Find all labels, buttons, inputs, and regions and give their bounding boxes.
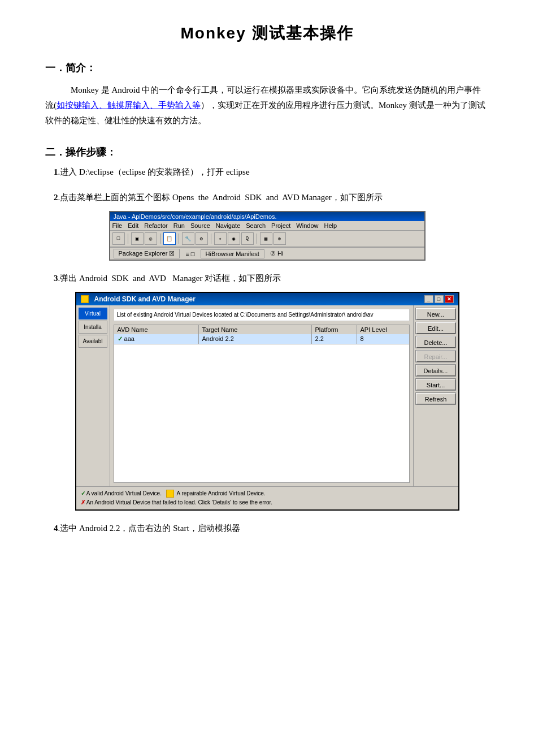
toolbar-btn-2[interactable]: ▣ [131,232,144,245]
avd-empty-area [114,344,410,483]
btn-new[interactable]: New... [415,308,456,320]
btn-start[interactable]: Start... [415,378,456,391]
step2-block: 2.点击菜单栏上面的第五个图标 Opens the Android SDK an… [45,190,489,261]
title-rest: 测试基本操作 [246,24,354,42]
menu-help[interactable]: Help [324,222,337,229]
maximize-button[interactable]: □ [435,295,444,303]
step3-text: 3.弹出 Android SDK and AVD Manager 对话框，如下图… [45,271,489,286]
toolbar-btn-4[interactable]: 📋 [163,232,176,245]
toolbar-sep-1 [128,234,128,244]
avd-title-text: Android SDK and AVD Manager [94,295,196,303]
eclipse-tab-hi: ⑦ Hi [270,250,283,257]
eclipse-bottom-bar: Package Explorer ☒ ≡ □ HiBrowser Manifes… [110,247,424,260]
step4-block: 4.选中 Android 2.2，点击右边的 Start，启动模拟器 [45,521,489,536]
link-gesture-input: 、手势输入等 [150,101,201,110]
eclipse-tab-sep: ≡ □ [185,250,194,257]
toolbar-btn-11[interactable]: ⊕ [273,232,286,245]
step3-block: 3.弹出 Android SDK and AVD Manager 对话框，如下图… [45,271,489,511]
toolbar-btn-8[interactable]: ◉ [228,232,240,245]
section1-paragraph: Monkey 是 Android 中的一个命令行工具，可以运行在模拟器里或实际设… [45,83,489,128]
menu-window[interactable]: Window [296,222,318,229]
row-api-level: 8 [357,334,402,344]
eclipse-toolbar: □ ▣ ◎ 📋 🔧 ⚙ ✦ ◉ Q ▦ ⊕ [110,231,424,247]
col-api-level: API Level [357,325,402,334]
step1-content: .进入 D:\eclipse（eclipse 的安装路径），打开 eclipse [58,167,250,176]
eclipse-screenshot: Java - ApiDemos/src/com/example/android/… [109,211,426,261]
toolbar-btn-10[interactable]: ▦ [260,232,272,245]
eclipse-tab-package[interactable]: Package Explorer ☒ [114,249,180,258]
btn-repair[interactable]: Repair... [415,350,456,362]
btn-refresh[interactable]: Refresh [415,392,456,405]
col-avd-name: AVD Name [114,325,199,334]
avd-table-header: AVD Name Target Name Platform API Level [114,325,410,334]
window-buttons: _ □ ✕ [424,295,454,303]
row-avd-name: ✓ aaa [114,334,199,344]
avd-footer: ✓ A valid Android Virtual Device. A repa… [76,486,458,509]
avd-title-icon [81,295,89,303]
section1-heading: 一．简介： [45,61,489,75]
toolbar-sep-5 [257,234,257,244]
eclipse-tab-hibrowser[interactable]: HiBrowser Manifest [201,249,264,258]
row-target-name: Android 2.2 [199,334,312,344]
avd-check-icon: ✓ [118,335,123,342]
row-platform: 2.2 [312,334,357,344]
sidebar-installa[interactable]: Installa [79,321,107,334]
btn-edit[interactable]: Edit... [415,322,456,334]
link-touch-input: 触摸屏输入 [107,101,150,110]
step4-num: 4 [54,524,58,533]
repairable-icon [166,490,174,498]
avd-title-bar: Android SDK and AVD Manager _ □ ✕ [76,293,458,305]
btn-delete[interactable]: Delete... [415,336,456,348]
toolbar-sep-2 [160,234,160,244]
avd-name-val: aaa [124,335,134,342]
menu-run[interactable]: Run [173,222,185,229]
menu-refactor[interactable]: Refactor [144,222,168,229]
step4-text: 4.选中 Android 2.2，点击右边的 Start，启动模拟器 [45,521,489,536]
step1-num: 1 [54,167,58,176]
menu-file[interactable]: File [112,222,123,229]
link-key-input: 如按键输入、 [57,101,107,110]
eclipse-title-bar: Java - ApiDemos/src/com/example/android/… [110,212,424,221]
toolbar-btn-9[interactable]: Q [241,232,254,245]
minimize-button[interactable]: _ [424,295,433,303]
avd-footer-line1: ✓ A valid Android Virtual Device. A repa… [81,489,454,498]
page-title: Monkey 测试基本操作 [45,23,489,44]
avd-right-panel: New... Edit... Delete... Repair... Detai… [413,305,458,486]
menu-edit[interactable]: Edit [128,222,138,229]
avd-footer-line2: ✗ An Android Virtual Device that failed … [81,498,454,507]
toolbar-btn-6[interactable]: ⚙ [196,232,208,245]
toolbar-btn-1[interactable]: □ [112,232,125,245]
step2-text: 2.点击菜单栏上面的第五个图标 Opens the Android SDK an… [45,190,489,205]
sidebar-virtual[interactable]: Virtual [79,308,107,319]
avd-table-row[interactable]: ✓ aaa Android 2.2 2.2 8 [114,334,410,344]
toolbar-btn-3[interactable]: ◎ [145,232,157,245]
sidebar-availabl[interactable]: Availabl [79,335,107,348]
menu-source[interactable]: Source [190,222,210,229]
avd-main-content: List of existing Android Virtual Devices… [110,305,413,486]
menu-project[interactable]: Project [271,222,290,229]
title-monkey: Monkey [180,24,246,42]
btn-details[interactable]: Details... [415,364,456,377]
toolbar-sep-3 [179,234,179,244]
section2-heading: 二．操作步骤： [45,145,489,159]
valid-check-icon: ✓ [81,490,85,496]
toolbar-sep-4 [211,234,211,244]
col-platform: Platform [312,325,357,334]
avd-screenshot: Android SDK and AVD Manager _ □ ✕ Virtua… [75,292,459,511]
avd-info-bar: List of existing Android Virtual Devices… [114,309,410,321]
step2-num: 2 [54,193,58,202]
step3-num: 3 [54,274,58,283]
col-target-name: Target Name [199,325,312,334]
toolbar-btn-7[interactable]: ✦ [214,232,227,245]
menu-search[interactable]: Search [246,222,266,229]
toolbar-btn-5[interactable]: 🔧 [182,232,194,245]
failed-check-icon: ✗ [81,499,85,506]
step1-text: 1.进入 D:\eclipse（eclipse 的安装路径），打开 eclips… [45,165,489,180]
step1-block: 1.进入 D:\eclipse（eclipse 的安装路径），打开 eclips… [45,165,489,180]
step2-and: and [266,193,279,202]
avd-body: Virtual Installa Availabl List of existi… [76,305,458,486]
menu-navigate[interactable]: Navigate [216,222,240,229]
eclipse-title-text: Java - ApiDemos/src/com/example/android/… [114,213,277,220]
close-button[interactable]: ✕ [445,295,454,303]
eclipse-menu-bar: File Edit Refactor Run Source Navigate S… [110,221,424,231]
